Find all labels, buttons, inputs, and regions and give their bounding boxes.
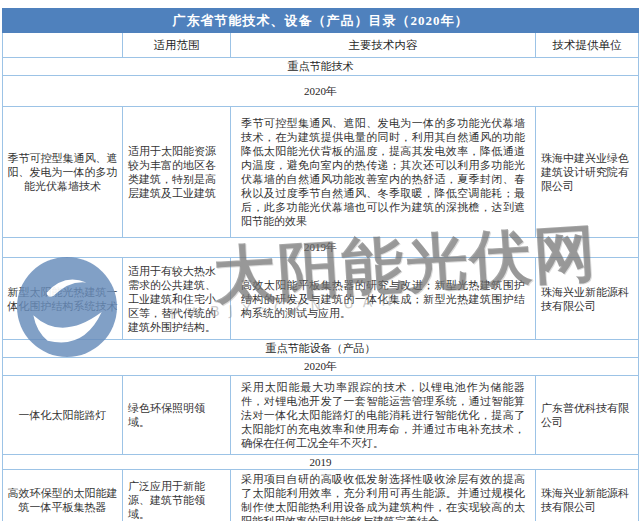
tech-name-cell: 季节可控型集通风、遮阳、发电为一体的多功能光伏幕墙技术 bbox=[3, 107, 123, 238]
scope-cell: 适用于有较大热水需求的公共建筑、工业建筑和住宅小区等，替代传统的建筑外围护结构。 bbox=[123, 258, 231, 340]
table-row: 季节可控型集通风、遮阳、发电为一体的多功能光伏幕墙技术适用于太阳能资源较为丰富的… bbox=[3, 107, 639, 238]
section-label: 2019年 bbox=[3, 238, 639, 258]
section-row: 2019 bbox=[3, 455, 639, 470]
section-row: 重点节能技术 bbox=[3, 58, 639, 76]
scope-cell: 绿色环保照明领域。 bbox=[123, 376, 231, 455]
document-page: 广东省节能技术、设备（产品）目录（2020年） 适用范围 主要技术内容 技术提供… bbox=[0, 0, 640, 521]
provider-cell: 珠海中建兴业绿色建筑设计研究院有限公司 bbox=[536, 107, 639, 238]
provider-cell: 珠海兴业新能源科技有限公司 bbox=[536, 258, 639, 340]
section-row: 重点节能设备（产品） bbox=[3, 340, 639, 358]
section-row: 2019年 bbox=[3, 238, 639, 258]
section-row: 2020年 bbox=[3, 76, 639, 107]
provider-cell: 珠海兴业新能源科技有限公司 bbox=[536, 470, 639, 521]
energy-catalog-table: 广东省节能技术、设备（产品）目录（2020年） 适用范围 主要技术内容 技术提供… bbox=[2, 8, 639, 521]
column-header-blank bbox=[3, 33, 123, 58]
section-row: 2020年 bbox=[3, 358, 639, 376]
section-label: 重点节能技术 bbox=[3, 58, 639, 76]
table-header-row: 适用范围 主要技术内容 技术提供单位 bbox=[3, 33, 639, 58]
content-cell: 高效太阳能平板集热器的研究与改进；新型光热建筑围护结构的研发及与建筑的一体化集成… bbox=[231, 258, 536, 340]
provider-cell: 广东普优科技有限公司 bbox=[536, 376, 639, 455]
section-label: 2020年 bbox=[3, 358, 639, 376]
section-label: 重点节能设备（产品） bbox=[3, 340, 639, 358]
content-cell: 采用项目自研的高吸收低发射选择性吸收涂层有效的提高了太阳能利用效率，充分利用可再… bbox=[231, 470, 536, 521]
scope-cell: 广泛应用于新能源、建筑节能领域。 bbox=[123, 470, 231, 521]
tech-name-cell: 新型太阳能光热建筑一体化围护结构系统技术 bbox=[3, 258, 123, 340]
tech-name-cell: 一体化太阳能路灯 bbox=[3, 376, 123, 455]
table-row: 一体化太阳能路灯绿色环保照明领域。采用太阳能最大功率跟踪的技术，以锂电池作为储能… bbox=[3, 376, 639, 455]
table-title-row: 广东省节能技术、设备（产品）目录（2020年） bbox=[3, 9, 639, 33]
section-label: 2019 bbox=[3, 455, 639, 470]
page-title: 广东省节能技术、设备（产品）目录（2020年） bbox=[3, 9, 639, 33]
content-cell: 采用太阳能最大功率跟踪的技术，以锂电池作为储能器件，对锂电池开发了一套智能运营管… bbox=[231, 376, 536, 455]
table-row: 新型太阳能光热建筑一体化围护结构系统技术适用于有较大热水需求的公共建筑、工业建筑… bbox=[3, 258, 639, 340]
column-header-content: 主要技术内容 bbox=[231, 33, 536, 58]
table-row: 高效环保型的太阳能建筑一体平板集热器广泛应用于新能源、建筑节能领域。采用项目自研… bbox=[3, 470, 639, 521]
tech-name-cell: 高效环保型的太阳能建筑一体平板集热器 bbox=[3, 470, 123, 521]
column-header-scope: 适用范围 bbox=[123, 33, 231, 58]
section-label: 2020年 bbox=[3, 76, 639, 107]
column-header-provider: 技术提供单位 bbox=[536, 33, 639, 58]
content-cell: 季节可控型集通风、遮阳、发电为一体的多功能光伏幕墙技术，在为建筑提供电量的同时，… bbox=[231, 107, 536, 238]
scope-cell: 适用于太阳能资源较为丰富的地区各类建筑，特别是高层建筑及工业建筑 bbox=[123, 107, 231, 238]
